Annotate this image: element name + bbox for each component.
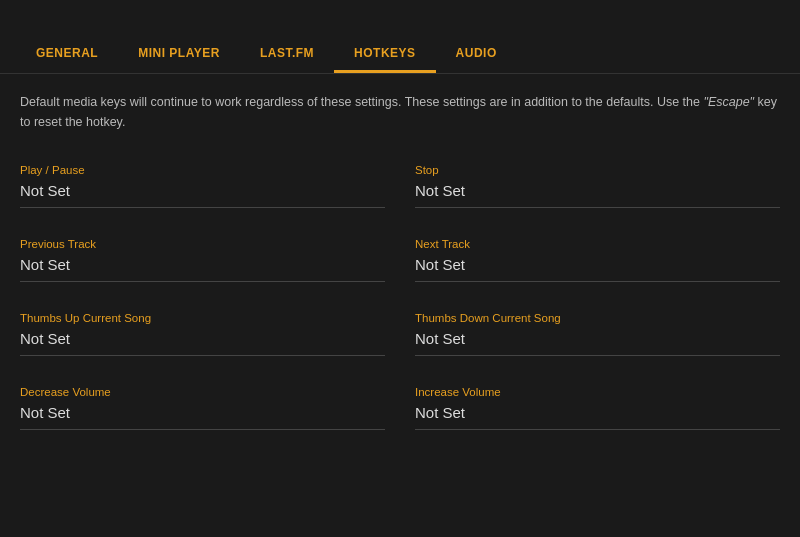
- hotkey-label-thumbs-down: Thumbs Down Current Song: [415, 312, 780, 324]
- tab-mini-player[interactable]: MINI PLAYER: [118, 36, 240, 73]
- tab-hotkeys[interactable]: HOTKEYS: [334, 36, 436, 73]
- title-bar: [0, 0, 800, 36]
- close-button[interactable]: [768, 8, 788, 28]
- hotkey-label-previous-track: Previous Track: [20, 238, 385, 250]
- maximize-button[interactable]: [738, 8, 758, 28]
- title-bar-controls: [708, 8, 788, 28]
- hotkey-value-thumbs-up: Not Set: [20, 330, 385, 347]
- tab-audio[interactable]: AUDIO: [436, 36, 517, 73]
- tabs-bar: GENERALMINI PLAYERLAST.FMHOTKEYSAUDIO: [0, 36, 800, 74]
- hotkey-label-decrease-volume: Decrease Volume: [20, 386, 385, 398]
- hotkey-value-decrease-volume: Not Set: [20, 404, 385, 421]
- hotkey-stop[interactable]: StopNot Set: [415, 152, 780, 208]
- hotkeys-grid: Play / PauseNot SetStopNot SetPrevious T…: [20, 152, 780, 448]
- tab-general[interactable]: GENERAL: [16, 36, 118, 73]
- hotkey-label-stop: Stop: [415, 164, 780, 176]
- hotkey-label-play-pause: Play / Pause: [20, 164, 385, 176]
- minimize-button[interactable]: [708, 8, 728, 28]
- hotkey-value-previous-track: Not Set: [20, 256, 385, 273]
- settings-content: Default media keys will continue to work…: [0, 74, 800, 466]
- hotkey-label-thumbs-up: Thumbs Up Current Song: [20, 312, 385, 324]
- hotkey-label-next-track: Next Track: [415, 238, 780, 250]
- hotkey-label-increase-volume: Increase Volume: [415, 386, 780, 398]
- hotkey-thumbs-up[interactable]: Thumbs Up Current SongNot Set: [20, 300, 385, 356]
- hotkey-value-increase-volume: Not Set: [415, 404, 780, 421]
- notice-text: Default media keys will continue to work…: [20, 92, 780, 132]
- escape-key-text: "Escape": [703, 95, 754, 109]
- hotkey-next-track[interactable]: Next TrackNot Set: [415, 226, 780, 282]
- hotkey-value-stop: Not Set: [415, 182, 780, 199]
- hotkey-thumbs-down[interactable]: Thumbs Down Current SongNot Set: [415, 300, 780, 356]
- hotkey-decrease-volume[interactable]: Decrease VolumeNot Set: [20, 374, 385, 430]
- hotkey-value-play-pause: Not Set: [20, 182, 385, 199]
- hotkey-previous-track[interactable]: Previous TrackNot Set: [20, 226, 385, 282]
- tab-last-fm[interactable]: LAST.FM: [240, 36, 334, 73]
- hotkey-value-next-track: Not Set: [415, 256, 780, 273]
- hotkey-play-pause[interactable]: Play / PauseNot Set: [20, 152, 385, 208]
- hotkey-increase-volume[interactable]: Increase VolumeNot Set: [415, 374, 780, 430]
- hotkey-value-thumbs-down: Not Set: [415, 330, 780, 347]
- notice-text-before: Default media keys will continue to work…: [20, 95, 703, 109]
